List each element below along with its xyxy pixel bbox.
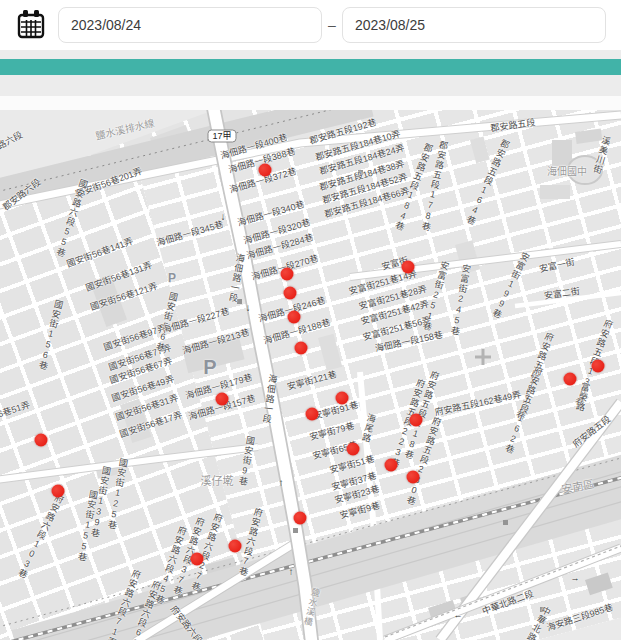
gap-strip: [0, 50, 621, 59]
report-marker[interactable]: [281, 268, 294, 281]
date-from-input[interactable]: [58, 7, 322, 43]
report-marker[interactable]: [295, 342, 308, 355]
report-marker[interactable]: [35, 434, 48, 447]
gap-strip: [0, 75, 621, 96]
report-marker[interactable]: [216, 393, 229, 406]
report-marker[interactable]: [306, 408, 319, 421]
report-marker[interactable]: [410, 414, 423, 427]
report-marker[interactable]: [407, 471, 420, 484]
report-marker[interactable]: [294, 512, 307, 525]
teal-divider: [0, 59, 621, 75]
map-view[interactable]: 鹽水溪排水線海佃國中溪仔墘安南區鹽水溪橋路六段郡安路六段國安街56巷201弄國安…: [0, 110, 621, 640]
report-marker[interactable]: [347, 443, 360, 456]
report-marker[interactable]: [402, 261, 415, 274]
gap-strip: [0, 96, 621, 110]
report-marker[interactable]: [592, 360, 605, 373]
date-to-input[interactable]: [342, 7, 606, 43]
report-marker[interactable]: [385, 459, 398, 472]
report-marker[interactable]: [191, 553, 204, 566]
date-range-bar: –: [0, 0, 621, 50]
report-marker[interactable]: [284, 287, 297, 300]
report-marker[interactable]: [336, 392, 349, 405]
calendar-icon: [16, 9, 46, 41]
date-range-separator: –: [322, 17, 342, 33]
report-marker[interactable]: [52, 485, 65, 498]
report-marker[interactable]: [259, 164, 272, 177]
report-marker[interactable]: [288, 311, 301, 324]
report-marker[interactable]: [564, 373, 577, 386]
map-markers: [0, 110, 621, 640]
report-marker[interactable]: [229, 540, 242, 553]
